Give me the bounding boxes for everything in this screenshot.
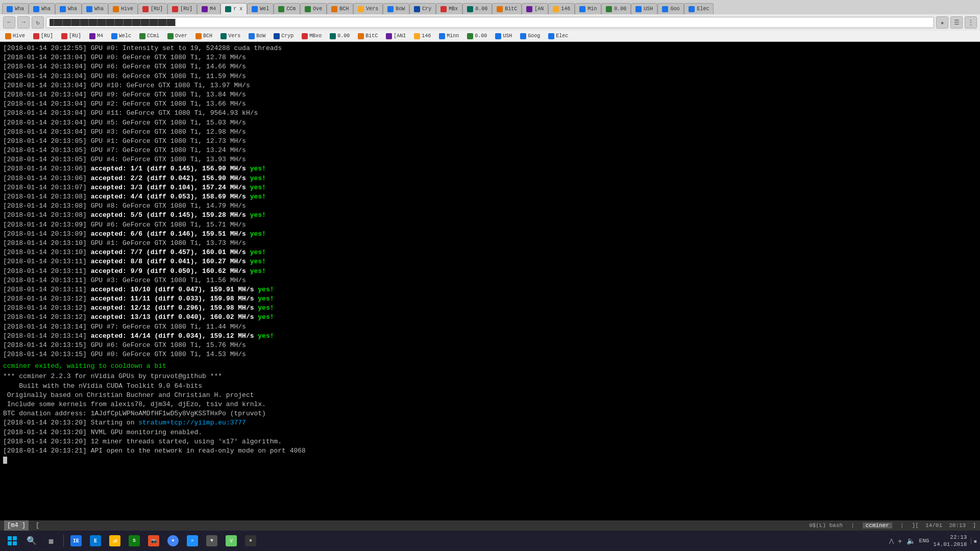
browser-tab-16[interactable]: MBx bbox=[436, 3, 462, 14]
browser-tab-15[interactable]: Cry bbox=[409, 3, 436, 14]
taskbar-separator-1 bbox=[63, 535, 64, 547]
browser-tab-14[interactable]: BoW bbox=[383, 3, 409, 14]
tab-label-1: Wha bbox=[41, 6, 51, 12]
bookmark-15[interactable]: 146 bbox=[412, 33, 433, 39]
bookmark-16[interactable]: Minn bbox=[437, 33, 461, 39]
tab-label-18: BitC bbox=[505, 6, 517, 12]
tab-favicon-19 bbox=[526, 6, 532, 12]
tray-volume[interactable]: 🔈 bbox=[906, 537, 915, 545]
log-line-1: [2018-01-14 20:13:04] GPU #0: GeForce GT… bbox=[3, 53, 977, 62]
log-line-22: [2018-01-14 20:13:10] accepted: 7/7 (dif… bbox=[3, 248, 977, 257]
tab-label-6: [RU] bbox=[180, 6, 192, 12]
bookmark-0[interactable]: Hive bbox=[3, 33, 27, 39]
browser-tab-2[interactable]: Wha bbox=[55, 3, 82, 14]
browser-tab-0[interactable]: Wha bbox=[2, 3, 29, 14]
bookmark-7[interactable]: BCH bbox=[193, 33, 214, 39]
bookmark-icon-19 bbox=[520, 33, 526, 39]
taskbar-app-8[interactable]: ▼ bbox=[203, 532, 221, 550]
browser-tab-12[interactable]: BCH bbox=[327, 3, 353, 14]
taskbar-app-3[interactable]: 📁 bbox=[106, 532, 124, 550]
tab-favicon-15 bbox=[414, 6, 420, 12]
bookmark-10[interactable]: Cryp bbox=[272, 33, 296, 39]
browser-tab-20[interactable]: 146 bbox=[548, 3, 575, 14]
taskbar-app-4[interactable]: S bbox=[125, 532, 143, 550]
browser-tab-4[interactable]: Hive bbox=[108, 3, 138, 14]
bookmark-icon-1 bbox=[33, 33, 39, 39]
task-view-button[interactable]: ▩ bbox=[42, 532, 60, 550]
log-line-3: [2018-01-14 20:13:04] GPU #8: GeForce GT… bbox=[3, 72, 977, 81]
bookmark-14[interactable]: [ANI bbox=[384, 33, 408, 39]
tmux-window-m4[interactable]: [m4 ] bbox=[4, 520, 29, 531]
taskbar-app-7[interactable]: ⌕ bbox=[183, 532, 202, 550]
search-button[interactable]: 🔍 bbox=[22, 532, 41, 550]
bookmark-19[interactable]: Goog bbox=[518, 33, 542, 39]
bookmark-11[interactable]: MBxo bbox=[300, 33, 324, 39]
bookmark-20[interactable]: Elec bbox=[546, 33, 570, 39]
menu-button[interactable]: ⋮ bbox=[965, 16, 977, 29]
browser-tab-6[interactable]: [RU] bbox=[167, 3, 197, 14]
tab-favicon-21 bbox=[579, 6, 585, 12]
back-button[interactable]: ← bbox=[3, 16, 15, 29]
browser-tab-23[interactable]: USH bbox=[631, 3, 657, 14]
address-bar[interactable] bbox=[46, 17, 934, 28]
bookmark-6[interactable]: Over bbox=[165, 33, 189, 39]
app-icon-2: E bbox=[90, 535, 101, 546]
taskbar-app-1[interactable]: IE bbox=[67, 532, 85, 550]
bookmark-icon-8 bbox=[220, 33, 227, 39]
bookmark-icon-11 bbox=[302, 33, 308, 39]
tray-chevron[interactable]: ⋀ bbox=[889, 538, 894, 544]
start-button[interactable] bbox=[3, 532, 21, 550]
extensions-button[interactable]: ☰ bbox=[950, 16, 963, 29]
bookmark-12[interactable]: 0.00 bbox=[328, 33, 352, 39]
taskbar-app-10[interactable]: ■ bbox=[241, 532, 260, 550]
browser-tab-22[interactable]: 0.00 bbox=[601, 3, 631, 14]
tab-label-4: Hive bbox=[121, 6, 133, 12]
browser-tab-1[interactable]: Wha bbox=[29, 3, 55, 14]
tab-favicon-18 bbox=[497, 6, 503, 12]
browser-tab-3[interactable]: Wha bbox=[82, 3, 108, 14]
browser-tab-18[interactable]: BitC bbox=[492, 3, 522, 14]
browser-tab-10[interactable]: CCm bbox=[274, 3, 300, 14]
taskbar-app-6[interactable]: ● bbox=[164, 532, 182, 550]
browser-tab-24[interactable]: Goo bbox=[657, 3, 684, 14]
tab-label-20: 146 bbox=[561, 6, 570, 12]
browser-tab-11[interactable]: Ove bbox=[300, 3, 327, 14]
log-line-7: [2018-01-14 20:13:04] GPU #11: GeForce G… bbox=[3, 109, 977, 118]
tray-network[interactable]: ✈ bbox=[898, 537, 902, 545]
tab-favicon-24 bbox=[662, 6, 668, 12]
tab-label-2: Wha bbox=[68, 6, 77, 12]
forward-button[interactable]: → bbox=[17, 16, 30, 29]
taskbar-app-5[interactable]: 📷 bbox=[144, 532, 163, 550]
browser-tab-7[interactable]: M4 bbox=[197, 3, 220, 14]
show-desktop[interactable]: ◾ bbox=[971, 538, 977, 544]
tmux-window-other[interactable]: [ bbox=[33, 520, 42, 531]
browser-tab-9[interactable]: Wel bbox=[247, 3, 274, 14]
bookmark-18[interactable]: USH bbox=[493, 33, 514, 39]
bookmark-5[interactable]: CCmi bbox=[137, 33, 161, 39]
log-line-24: [2018-01-14 20:13:11] accepted: 9/9 (dif… bbox=[3, 267, 977, 276]
taskbar-app-9[interactable]: V bbox=[222, 532, 240, 550]
log-line-30: [2018-01-14 20:13:14] GPU #7: GeForce GT… bbox=[3, 322, 977, 332]
bookmark-2[interactable]: [RU] bbox=[59, 33, 83, 39]
reload-button[interactable]: ↻ bbox=[32, 16, 44, 29]
browser-tab-17[interactable]: 0.00 bbox=[462, 3, 492, 14]
browser-tab-5[interactable]: [RU] bbox=[138, 3, 167, 14]
system-clock[interactable]: 22:13 14.01.2018 bbox=[933, 534, 967, 548]
browser-tab-19[interactable]: [AN bbox=[522, 3, 548, 14]
browser-tab-21[interactable]: Min bbox=[575, 3, 601, 14]
bookmark-4[interactable]: Welc bbox=[109, 33, 133, 39]
bookmark-button[interactable]: ★ bbox=[936, 16, 948, 29]
tab-label-16: MBx bbox=[449, 6, 458, 12]
bookmark-label-12: 0.00 bbox=[337, 33, 350, 39]
log-line-23: [2018-01-14 20:13:11] accepted: 8/8 (dif… bbox=[3, 257, 977, 266]
bookmark-13[interactable]: BitC bbox=[356, 33, 380, 39]
bookmark-3[interactable]: M4 bbox=[87, 33, 105, 39]
browser-tab-13[interactable]: Vers bbox=[353, 3, 383, 14]
browser-tab-25[interactable]: Elec bbox=[684, 3, 714, 14]
bookmark-17[interactable]: 0.00 bbox=[465, 33, 489, 39]
browser-tab-8[interactable]: r x bbox=[220, 3, 247, 14]
taskbar-app-2[interactable]: E bbox=[86, 532, 105, 550]
bookmark-1[interactable]: [RU] bbox=[31, 33, 55, 39]
bookmark-8[interactable]: Vers bbox=[218, 33, 242, 39]
bookmark-9[interactable]: BoW bbox=[247, 33, 267, 39]
